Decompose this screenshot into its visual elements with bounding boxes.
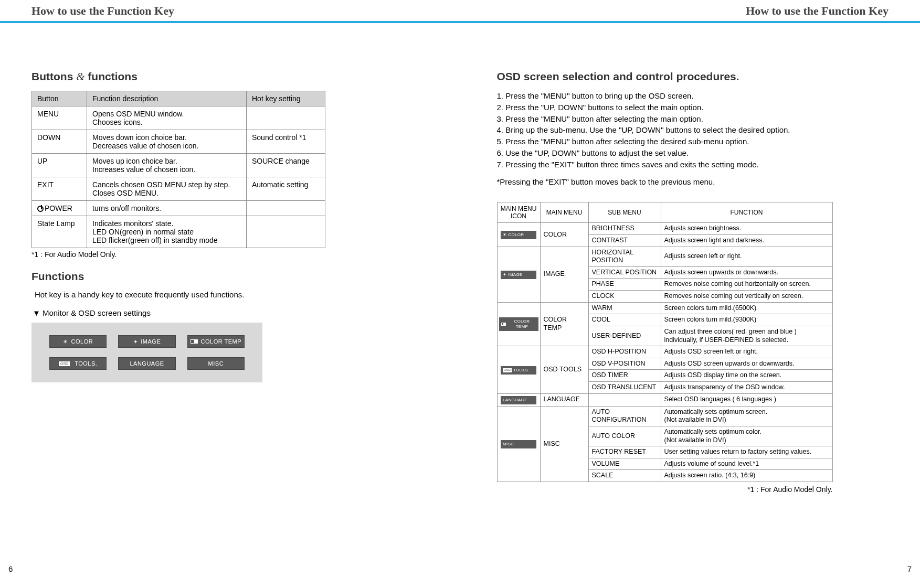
grid-func-cell: Screen colors turn mild.(9300K) [661, 314, 832, 326]
grid-sub-cell: BRIGHTNESS [588, 223, 661, 235]
grid-main-cell: COLOR [540, 223, 588, 247]
buttons-heading: Buttons & functions [31, 70, 424, 83]
grid-mini-chip: ✦IMAGE [501, 271, 536, 279]
grid-chip-label: TOOLS. [513, 368, 530, 373]
grid-func-cell: User setting values return to factory se… [661, 446, 832, 458]
osd-chip-language: LANGUAGE [118, 357, 175, 370]
diamond-icon: ✦ [133, 339, 138, 345]
button-desc-cell: Cancels chosen OSD MENU step by step. Cl… [87, 177, 247, 201]
step-line: 7. Pressing the "EXIT" button three time… [497, 159, 889, 170]
grid-icon-cell: ☀COLOR [497, 223, 540, 247]
grid-func-cell: Removes noise coming out vertically on s… [661, 291, 832, 303]
osd-chip-color-temp: COLOR TEMP [187, 335, 245, 348]
osd-chip-label: MISC [208, 360, 224, 367]
left-footnote: *1 : For Audio Model Only. [31, 250, 424, 259]
page-left: Buttons & functions Button Function desc… [31, 70, 424, 494]
osd-chip-label: TOOLS. [75, 360, 97, 367]
step-line: 2. Press the "UP, DOWN" buttons to selec… [497, 102, 889, 113]
grid-row: COLOR TEMPCOLOR TEMPWARMScreen colors tu… [497, 302, 832, 314]
table-row: POWERturns on/off monitors. [32, 201, 325, 216]
grid-icon-cell: COLOR TEMP [497, 302, 540, 346]
grid-sub-cell: OSD V-POSITION [588, 358, 661, 370]
grid-main-cell: LANGUAGE [540, 393, 588, 406]
grid-sub-cell: OSD TRANSLUCENT [588, 382, 661, 394]
table-row: MENUOpens OSD MENU window. Chooses icons… [32, 106, 325, 130]
grid-func-cell: Adjusts transparency of the OSD window. [661, 382, 832, 394]
diamond-icon: ✦ [503, 272, 506, 277]
grid-sub-cell: FACTORY RESET [588, 446, 661, 458]
osd-chip-label: COLOR [71, 338, 93, 345]
power-icon [37, 206, 44, 212]
grid-sub-cell: OSD TIMER [588, 370, 661, 382]
heading-word-buttons: Buttons [31, 70, 73, 82]
grid-sub-cell: VERTICAL POSITION [588, 266, 661, 279]
button-name-cell: UP [32, 154, 87, 177]
functions-heading: Functions [31, 270, 424, 283]
button-name-cell: EXIT [32, 177, 87, 201]
grid-func-cell: Automatically sets optimum screen. (Not … [661, 406, 832, 426]
osd-chip-tools-: OSDTOOLS. [49, 357, 107, 370]
osd-chip-image: ✦IMAGE [118, 335, 175, 348]
button-desc-cell: turns on/off monitors. [87, 201, 247, 216]
grid-col-func: FUNCTION [661, 202, 832, 223]
button-desc-cell: Moves down icon choice bar. Decreases va… [87, 130, 247, 154]
table-row: UPMoves up icon choice bar. Increases va… [32, 154, 325, 177]
grid-sub-cell: HORIZONTAL POSITION [588, 247, 661, 266]
grid-sub-cell: AUTO CONFIGURATION [588, 406, 661, 426]
grid-mini-chip: COLOR TEMP [499, 317, 538, 331]
grid-sub-cell: COOL [588, 314, 661, 326]
grid-func-cell: Adjusts screen ratio. (4:3, 16:9) [661, 470, 832, 482]
grid-row: MISCMISCAUTO CONFIGURATIONAutomatically … [497, 406, 832, 426]
colortemp-icon [191, 339, 198, 344]
grid-func-cell: Adjusts screen light and darkness. [661, 234, 832, 247]
osd-panel: ☀COLOR✦IMAGECOLOR TEMPOSDTOOLS.LANGUAGEM… [31, 323, 262, 382]
col-button: Button [32, 91, 87, 106]
grid-chip-label: MISC [503, 442, 514, 447]
button-desc-cell: Opens OSD MENU window. Chooses icons. [87, 106, 247, 130]
grid-chip-label: COLOR TEMP [507, 319, 536, 329]
grid-sub-cell: WARM [588, 302, 661, 314]
heading-amp: & [76, 70, 84, 83]
button-hotkey-cell [247, 201, 325, 216]
grid-main-cell: COLOR TEMP [540, 302, 588, 346]
grid-mini-chip: LANGUAGE [501, 396, 536, 404]
page-number-right: 7 [907, 564, 912, 573]
colortemp-icon [501, 323, 506, 326]
grid-func-cell: Can adjust three colors( red, green and … [661, 326, 832, 346]
button-name-cell: DOWN [32, 130, 87, 154]
button-hotkey-cell: Sound control *1 [247, 130, 325, 154]
button-desc-cell: Moves up icon choice bar. Increases valu… [87, 154, 247, 177]
heading-word-functions: functions [88, 70, 138, 82]
grid-icon-cell: OSDTOOLS. [497, 346, 540, 394]
header: How to use the Function Key How to use t… [0, 0, 920, 23]
osd-steps: 1. Press the "MENU" button to bring up t… [497, 90, 889, 170]
grid-func-cell: Adjusts screen left or right. [661, 247, 832, 266]
grid-func-cell: Adjusts screen brightness. [661, 223, 832, 235]
grid-mini-chip: MISC [501, 440, 536, 448]
grid-col-icon: MAIN MENU ICON [497, 202, 540, 223]
button-hotkey-cell: SOURCE change [247, 154, 325, 177]
sun-icon: ☀ [63, 339, 68, 345]
buttons-table: Button Function description Hot key sett… [31, 91, 325, 248]
grid-col-sub: SUB MENU [588, 202, 661, 223]
grid-sub-cell: SCALE [588, 470, 661, 482]
sun-icon: ☀ [503, 232, 506, 238]
grid-func-cell: Adjusts OSD screen upwards or downwards. [661, 358, 832, 370]
table-row: State LampIndicates monitors' state. LED… [32, 216, 325, 248]
grid-main-cell: IMAGE [540, 247, 588, 302]
button-name-cell: POWER [32, 201, 87, 216]
grid-sub-cell: OSD H-POSITION [588, 346, 661, 358]
grid-func-cell: Adjusts volume of sound level.*1 [661, 458, 832, 470]
grid-chip-label: IMAGE [508, 272, 522, 277]
grid-func-cell: Select OSD languages ( 6 languages ) [661, 393, 832, 406]
grid-sub-cell: AUTO COLOR [588, 426, 661, 446]
grid-mini-chip: ☀COLOR [501, 231, 536, 239]
button-hotkey-cell [247, 216, 325, 248]
osd-chip-color: ☀COLOR [49, 335, 107, 348]
button-desc-cell: Indicates monitors' state. LED ON(green)… [87, 216, 247, 248]
grid-icon-cell: ✦IMAGE [497, 247, 540, 302]
osd-chip-label: COLOR TEMP [201, 338, 242, 345]
grid-sub-cell: PHASE [588, 279, 661, 291]
grid-sub-cell: CONTRAST [588, 234, 661, 247]
functions-intro: Hot key is a handy key to execute freque… [35, 290, 424, 299]
